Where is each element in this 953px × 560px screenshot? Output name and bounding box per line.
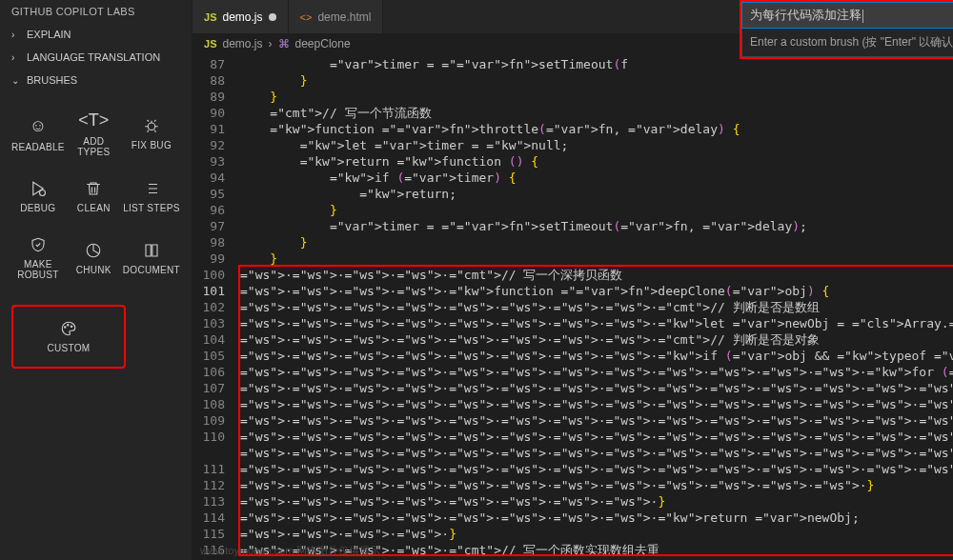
tab-label: deme.html (317, 10, 371, 24)
brush-list-steps[interactable]: LIST STEPS (119, 170, 184, 223)
sidebar: GITHUB COPILOT LABS › EXPLAIN › LANGUAGE… (0, 0, 193, 560)
tab-deme-html[interactable]: <> deme.html (289, 0, 384, 33)
svg-point-4 (68, 325, 70, 327)
svg-point-0 (148, 123, 155, 130)
method-icon: ⌘ (278, 37, 290, 50)
section-label: LANGUAGE TRANSLATION (27, 51, 160, 63)
code-content[interactable]: ="var">timer = ="="var">fn">setTimeout(f… (240, 54, 953, 560)
custom-brush-hint: Enter a custom brush (按 "Enter" 以确认或按 "E… (741, 29, 953, 57)
bug-icon (143, 117, 160, 134)
line-gutter: 8788899091929394959697989910010110210310… (193, 54, 240, 560)
watermark-source: www.toymoban.com 网络图片仅供展示 (200, 544, 380, 558)
brush-custom[interactable]: CUSTOM (11, 305, 126, 369)
shield-icon (30, 236, 47, 253)
chevron-right-icon: › (11, 30, 23, 40)
brush-fix-bug[interactable]: FIX BUG (119, 101, 184, 167)
svg-point-1 (39, 190, 45, 196)
chunk-icon (85, 242, 102, 259)
brush-readable[interactable]: ☺ READABLE (8, 101, 69, 167)
js-icon: JS (204, 11, 216, 23)
tab-demo-js[interactable]: JS demo.js (193, 0, 289, 33)
brush-chunk[interactable]: CHUNK (72, 227, 115, 290)
brush-make-robust[interactable]: MAKE ROBUST (8, 227, 69, 290)
types-icon: <T> (78, 110, 109, 130)
editor-area: JS demo.js <> deme.html 为每行代码添加注释 Enter … (193, 0, 953, 560)
html-icon: <> (300, 11, 313, 23)
list-icon (143, 180, 160, 197)
brush-clean[interactable]: CLEAN (72, 170, 115, 223)
chevron-right-icon: › (269, 37, 273, 50)
section-label: EXPLAIN (27, 29, 71, 40)
brush-document[interactable]: DOCUMENT (119, 227, 184, 290)
section-label: BRUSHES (27, 74, 77, 86)
smile-icon: ☺ (30, 116, 47, 136)
panel-title: GITHUB COPILOT LABS (0, 0, 192, 23)
svg-point-3 (65, 327, 67, 329)
custom-brush-input[interactable]: 为每行代码添加注释 (741, 2, 953, 29)
breadcrumb-file: demo.js (222, 37, 262, 50)
chevron-right-icon: › (11, 52, 23, 63)
tab-label: demo.js (222, 10, 262, 24)
book-icon (143, 242, 160, 259)
trash-icon (85, 180, 102, 197)
brush-debug[interactable]: DEBUG (8, 170, 69, 223)
svg-point-5 (71, 326, 72, 328)
chevron-down-icon: ⌄ (11, 75, 23, 86)
js-icon: JS (204, 38, 216, 50)
modified-indicator (269, 13, 276, 21)
debug-icon (30, 180, 47, 197)
editor[interactable]: 8788899091929394959697989910010110210310… (193, 54, 953, 560)
section-language-translation[interactable]: › LANGUAGE TRANSLATION (0, 46, 192, 69)
text-cursor (862, 10, 863, 23)
breadcrumb-symbol: deepClone (295, 37, 351, 50)
custom-brush-input-overlay: 为每行代码添加注释 Enter a custom brush (按 "Enter… (740, 0, 953, 59)
brush-add-types[interactable]: <T> ADD TYPES (72, 101, 115, 167)
section-explain[interactable]: › EXPLAIN (0, 23, 192, 46)
brushes-grid: ☺ READABLE <T> ADD TYPES FIX BUG DEBUG C… (0, 91, 192, 299)
palette-icon (60, 320, 77, 337)
section-brushes[interactable]: ⌄ BRUSHES (0, 69, 192, 91)
